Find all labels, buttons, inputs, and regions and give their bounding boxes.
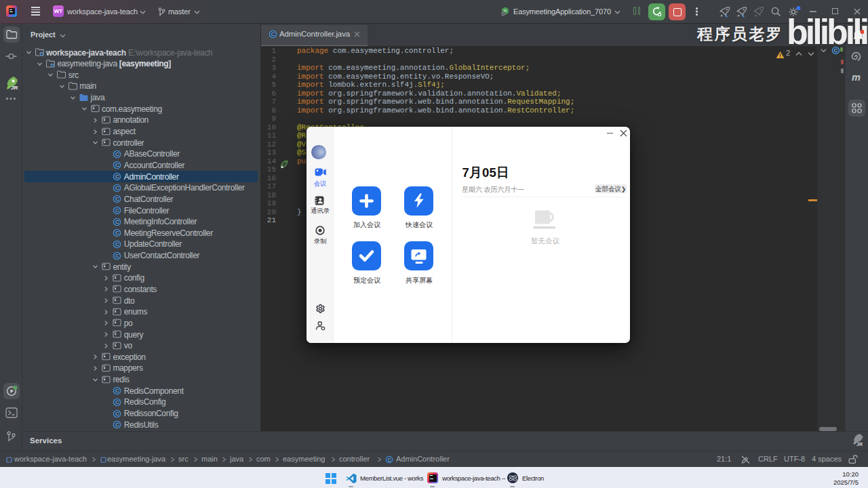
svg-text:JR: JR [856, 442, 863, 447]
svg-text:C: C [271, 31, 275, 37]
svg-text:C: C [387, 458, 391, 462]
